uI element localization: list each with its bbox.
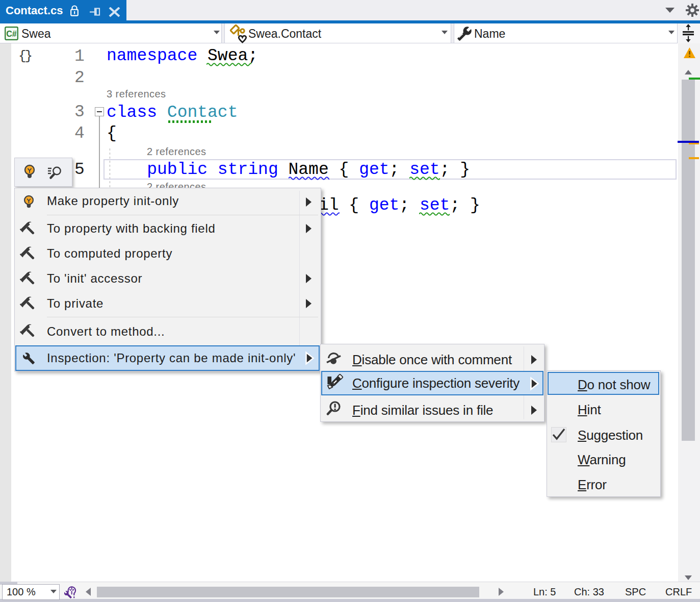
svg-text:C#: C# <box>6 30 17 38</box>
